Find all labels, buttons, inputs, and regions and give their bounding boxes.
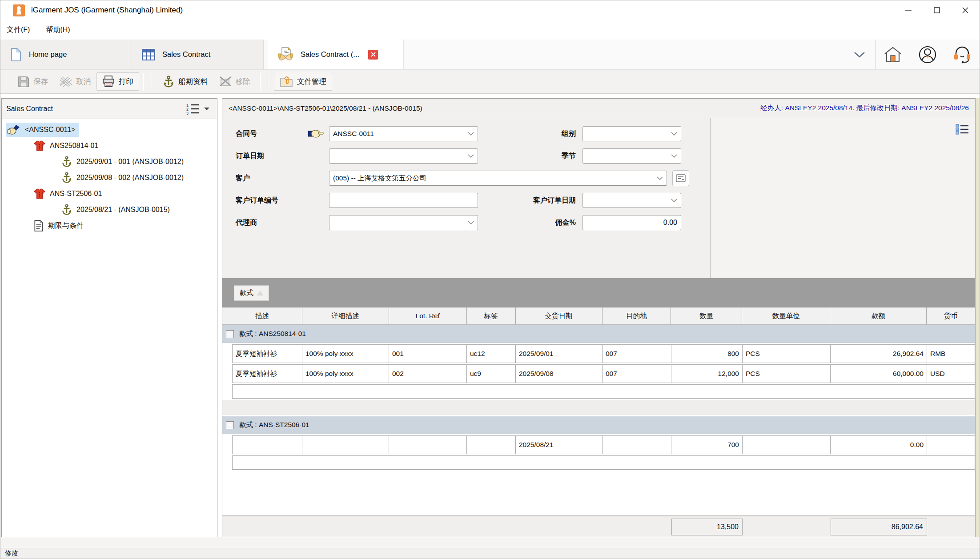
- tab-home-page[interactable]: Home page: [0, 40, 132, 69]
- col-header[interactable]: 货币: [927, 307, 975, 324]
- cell-currency[interactable]: RMB: [927, 345, 975, 363]
- tab-sales-contract-doc[interactable]: Sales Contract (...: [268, 40, 404, 69]
- chevron-down-icon: [671, 132, 677, 136]
- col-header[interactable]: 目的地: [602, 307, 671, 324]
- cell-currency[interactable]: USD: [927, 365, 975, 383]
- col-header[interactable]: 标签: [467, 307, 516, 324]
- agent-combobox[interactable]: [329, 215, 478, 230]
- cell-detail[interactable]: 100% poly xxxx: [302, 365, 389, 383]
- cell-desc[interactable]: [233, 436, 302, 454]
- col-header[interactable]: 数量: [671, 307, 742, 324]
- group-by-chip[interactable]: 款式: [234, 285, 269, 301]
- menu-help[interactable]: 帮助(H): [46, 25, 70, 35]
- tab-sales-contract[interactable]: Sales Contract: [132, 40, 264, 69]
- cancel-button[interactable]: 取消: [54, 73, 96, 91]
- chevron-down-icon[interactable]: [204, 107, 210, 111]
- cell-amount[interactable]: 0.00: [831, 436, 927, 454]
- group-combobox[interactable]: [582, 126, 681, 141]
- empty-row[interactable]: [222, 384, 975, 399]
- user-profile-icon[interactable]: [910, 40, 945, 69]
- cell-detail[interactable]: [302, 436, 389, 454]
- cell-qty[interactable]: 12,000: [671, 365, 743, 383]
- cell-destination[interactable]: 007: [602, 345, 671, 363]
- cell-currency[interactable]: [927, 436, 975, 454]
- col-header[interactable]: 交货日期: [516, 307, 602, 324]
- col-header[interactable]: 详细描述: [302, 307, 389, 324]
- col-header[interactable]: 数量单位: [742, 307, 830, 324]
- cell-detail[interactable]: 100% poly xxxx: [302, 345, 389, 363]
- cancel-label: 取消: [76, 77, 91, 87]
- order-date-combobox[interactable]: [329, 148, 478, 164]
- chevron-down-icon: [468, 221, 474, 224]
- cell-desc[interactable]: 夏季短袖衬衫: [233, 365, 302, 383]
- tree-item-terms[interactable]: 期限与条件: [2, 218, 217, 234]
- tree-item-style[interactable]: ANS-ST2506-01: [2, 186, 217, 202]
- print-button[interactable]: 打印: [96, 72, 139, 91]
- cell-destination[interactable]: [602, 436, 671, 454]
- cell-lotref[interactable]: [389, 436, 467, 454]
- cell-lotref[interactable]: 002: [389, 365, 467, 383]
- cell-delivery-date[interactable]: 2025/08/21: [516, 436, 602, 454]
- customer-order-no-label: 客户订单编号: [236, 196, 278, 205]
- empty-row[interactable]: [222, 455, 975, 470]
- chevron-down-icon: [671, 199, 677, 202]
- contract-no-combobox[interactable]: ANSSC-0011: [329, 126, 478, 141]
- close-button[interactable]: [951, 0, 980, 20]
- tab-close-icon[interactable]: [368, 50, 378, 60]
- table-row[interactable]: 2025/08/21 700 0.00: [222, 435, 975, 454]
- customer-order-no-input[interactable]: [329, 193, 478, 208]
- table-row[interactable]: 夏季短袖衬衫 100% poly xxxx 001 uc12 2025/09/0…: [222, 344, 975, 363]
- save-button[interactable]: 保存: [12, 73, 54, 91]
- customer-combobox[interactable]: (005) -- 上海艾格文第五分公司: [329, 171, 667, 186]
- cell-tag[interactable]: uc12: [467, 345, 516, 363]
- tree-item-shipment[interactable]: 2025/08/21 - (ANSJOB-0015): [2, 202, 217, 218]
- tree-item-shipment[interactable]: 2025/09/08 - 002 (ANSJOB-0012): [2, 170, 217, 186]
- tree-item-contract[interactable]: <ANSSC-0011>: [2, 122, 217, 138]
- cell-tag[interactable]: [467, 436, 516, 454]
- cell-amount[interactable]: 26,902.64: [831, 345, 927, 363]
- pointing-hand-icon: [308, 128, 324, 140]
- cell-destination[interactable]: 007: [602, 365, 671, 383]
- shipping-schedule-button[interactable]: 船期资料: [157, 72, 213, 91]
- table-row[interactable]: 夏季短袖衬衫 100% poly xxxx 002 uc9 2025/09/08…: [222, 364, 975, 383]
- col-header[interactable]: 款额: [830, 307, 927, 324]
- cell-qty-unit[interactable]: PCS: [743, 365, 831, 383]
- cell-desc[interactable]: 夏季短袖衬衫: [233, 345, 302, 363]
- cell-qty[interactable]: 800: [671, 345, 743, 363]
- tree-item-shipment[interactable]: 2025/09/01 - 001 (ANSJOB-0012): [2, 154, 217, 170]
- collapsed-panel-strip[interactable]: [976, 98, 980, 537]
- season-combobox[interactable]: [582, 148, 681, 164]
- bullet-list-icon[interactable]: [956, 124, 969, 135]
- numbered-list-sort-icon[interactable]: 1 2 3: [185, 103, 200, 115]
- document-header: <ANSSC-0011>\ANS-ST2506-01\2025/08/21 - …: [222, 99, 975, 118]
- customer-order-date-combobox[interactable]: [582, 193, 681, 208]
- support-headset-icon[interactable]: [945, 40, 980, 69]
- collapse-minus-icon[interactable]: −: [226, 421, 234, 429]
- col-header[interactable]: 描述: [222, 307, 302, 324]
- minimize-button[interactable]: [894, 0, 923, 20]
- sidebar-tree: <ANSSC-0011> ANS250814-01 2025/09/01 - 0…: [2, 119, 217, 537]
- cell-tag[interactable]: uc9: [467, 365, 516, 383]
- cell-amount[interactable]: 60,000.00: [831, 365, 927, 383]
- toolbar-drag-handle[interactable]: [268, 74, 271, 89]
- remove-button[interactable]: 移除: [213, 73, 256, 91]
- customer-lookup-button[interactable]: [672, 170, 689, 186]
- collapse-minus-icon[interactable]: −: [226, 330, 234, 338]
- tree-item-style[interactable]: ANS250814-01: [2, 138, 217, 154]
- toolbar-drag-handle[interactable]: [6, 74, 9, 89]
- tab-list-chevron-down-icon[interactable]: [844, 40, 875, 69]
- menu-file[interactable]: 文件(F): [7, 25, 30, 35]
- home-icon[interactable]: [876, 40, 910, 69]
- cell-delivery-date[interactable]: 2025/09/08: [516, 365, 602, 383]
- remove-icon: [219, 76, 232, 88]
- toolbar-drag-handle[interactable]: [151, 74, 154, 89]
- cell-qty-unit[interactable]: PCS: [743, 345, 831, 363]
- cell-delivery-date[interactable]: 2025/09/01: [516, 345, 602, 363]
- maximize-button[interactable]: [923, 0, 951, 20]
- cell-qty[interactable]: 700: [671, 436, 743, 454]
- cell-qty-unit[interactable]: [743, 436, 831, 454]
- cell-lotref[interactable]: 001: [389, 345, 467, 363]
- commission-input[interactable]: 0.00: [582, 215, 681, 230]
- file-management-button[interactable]: 文件管理: [274, 73, 332, 91]
- col-header[interactable]: Lot. Ref: [389, 307, 467, 324]
